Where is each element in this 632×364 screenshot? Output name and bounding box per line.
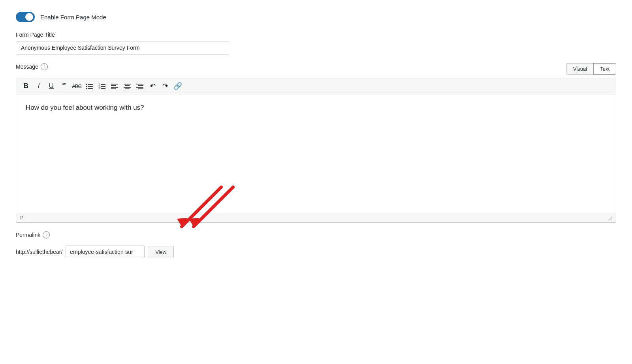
form-page-title-input[interactable]	[16, 41, 229, 54]
message-help-icon[interactable]: ?	[41, 63, 48, 70]
link-button[interactable]: 🔗	[172, 81, 184, 92]
editor-tabs: Visual Text	[567, 63, 616, 75]
italic-button[interactable]: I	[33, 81, 45, 92]
page-wrapper: Enable Form Page Mode Form Page Title Me…	[16, 12, 616, 258]
editor-paragraph-tag: P	[20, 215, 24, 221]
editor-resize-handle[interactable]: ◿	[608, 216, 612, 220]
permalink-slug-input[interactable]	[66, 246, 145, 258]
svg-point-4	[86, 88, 87, 89]
svg-text:3.: 3.	[98, 87, 101, 89]
tab-text[interactable]: Text	[593, 63, 616, 75]
ordered-list-button[interactable]: 1.2.3.	[96, 81, 108, 92]
align-center-button[interactable]	[121, 81, 133, 92]
editor-footer: P ◿	[16, 213, 616, 222]
align-right-button[interactable]	[134, 81, 146, 92]
bold-button[interactable]: B	[20, 81, 32, 92]
redo-button[interactable]: ↷	[159, 81, 171, 92]
unordered-list-button[interactable]	[83, 81, 95, 92]
message-label: Message ?	[16, 63, 48, 70]
form-page-mode-toggle[interactable]	[16, 12, 35, 22]
permalink-row: http://sulliethebear/ View	[16, 246, 616, 258]
message-group: Message ? Visual Text B I U “” ABC 1.2.3…	[16, 63, 616, 223]
svg-point-0	[86, 84, 87, 85]
underline-button[interactable]: U	[45, 81, 57, 92]
enable-form-page-mode-row: Enable Form Page Mode	[16, 12, 616, 22]
toggle-label: Enable Form Page Mode	[40, 14, 106, 21]
tab-visual[interactable]: Visual	[566, 63, 594, 75]
svg-point-2	[86, 86, 87, 87]
blockquote-button[interactable]: “”	[58, 81, 70, 92]
align-left-button[interactable]	[109, 81, 120, 92]
permalink-base: http://sulliethebear/	[16, 249, 62, 255]
message-header: Message ? Visual Text	[16, 63, 616, 75]
form-page-title-group: Form Page Title	[16, 32, 616, 54]
editor-toolbar: B I U “” ABC 1.2.3.	[16, 78, 616, 94]
editor-body[interactable]: How do you feel about working with us?	[16, 94, 616, 213]
undo-button[interactable]: ↶	[147, 81, 158, 92]
editor-container: B I U “” ABC 1.2.3.	[16, 78, 616, 223]
view-button[interactable]: View	[148, 246, 174, 258]
form-page-title-label: Form Page Title	[16, 32, 616, 38]
strikethrough-button[interactable]: ABC	[71, 81, 83, 92]
permalink-group: Permalink ? http://sulliethebear/ View	[16, 231, 616, 258]
permalink-label: Permalink ?	[16, 231, 616, 238]
permalink-help-icon[interactable]: ?	[43, 231, 50, 238]
view-button-wrapper: View	[148, 246, 174, 258]
